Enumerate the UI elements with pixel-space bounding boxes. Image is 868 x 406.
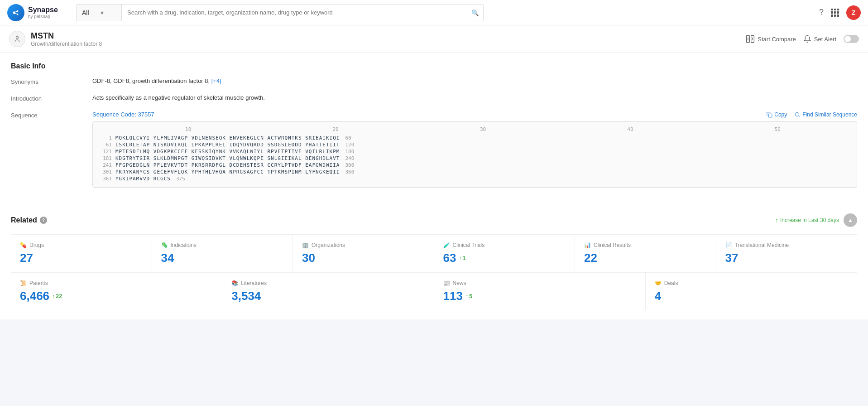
news-increase: ↑ 5: [465, 293, 472, 300]
arrow-up-icon: ↑: [459, 255, 461, 261]
introduction-value: Acts specifically as a negative regulato…: [92, 94, 857, 101]
scroll-top-button[interactable]: ▲: [844, 213, 857, 227]
compare-icon: [746, 34, 755, 44]
synonyms-label: Synonyms: [11, 77, 92, 85]
stats-grid-row1: 💊 Drugs 27 🦠 Indications 34: [11, 234, 857, 272]
content-area: Basic Info Synonyms GDF-8, GDF8, growth …: [0, 53, 868, 406]
logo-title: Synapse: [28, 5, 58, 14]
compare-button[interactable]: Start Compare: [746, 34, 796, 44]
stats-grid-row2: 📜 Patents 6,466 ↑ 22 📚 Li: [11, 272, 857, 310]
book-icon: 📚: [231, 280, 238, 286]
flask-icon: 🧪: [443, 242, 450, 248]
stat-card-translational-medicine[interactable]: 📄 Translational Medicine 37: [716, 235, 858, 272]
logo-subtitle: by patsnap: [28, 14, 58, 19]
find-similar-button[interactable]: Find Similar Sequence: [794, 111, 857, 118]
synonyms-row: Synonyms GDF-8, GDF8, growth differentia…: [11, 77, 857, 85]
patent-icon: 📜: [20, 280, 27, 286]
svg-line-4: [15, 13, 17, 14]
page-wrapper: Synapse by patsnap All ▾ 🔍 ?: [0, 0, 868, 406]
chart-icon: 📊: [584, 242, 591, 248]
search-icon: 🔍: [471, 9, 479, 16]
help-button[interactable]: ?: [819, 8, 824, 17]
question-icon: ?: [819, 8, 824, 17]
alert-toggle[interactable]: [844, 35, 859, 43]
seq-line-4: 181 KDGTRYTGIR SLKLDMNPGT GIWQSIDVKT VLQ…: [98, 155, 851, 161]
svg-rect-10: [769, 114, 772, 117]
alert-button[interactable]: Set Alert: [803, 35, 836, 43]
synonyms-more-link[interactable]: [+4]: [211, 77, 221, 84]
building-icon: 🏢: [302, 242, 309, 248]
search-button[interactable]: 🔍: [471, 9, 479, 16]
related-title: Related ?: [11, 216, 47, 224]
introduction-row: Introduction Acts specifically as a nega…: [11, 94, 857, 102]
help-icon[interactable]: ?: [40, 217, 47, 224]
stat-card-indications[interactable]: 🦠 Indications 34: [152, 235, 293, 272]
seq-line-7: 361 YGKIPAMVVD RCGCS 375: [98, 176, 851, 182]
introduction-label: Introduction: [11, 94, 92, 102]
logo-text: Synapse by patsnap: [28, 5, 58, 19]
sequence-header: Sequence Code: 37557 Copy: [92, 111, 857, 118]
apps-grid-icon: [831, 9, 839, 17]
seq-line-3: 121 MPTESDFLMQ VDGKPKCCFF KFSSKIQYNK VVK…: [98, 149, 851, 155]
stat-card-drugs[interactable]: 💊 Drugs 27: [11, 235, 152, 272]
clinical-trials-increase: ↑ 1: [459, 255, 465, 261]
copy-icon: [766, 111, 772, 118]
sequence-ruler: 10 20 30 40 50: [98, 126, 851, 132]
entity-icon: [9, 31, 25, 47]
sequence-label: Sequence: [11, 111, 92, 119]
copy-button[interactable]: Copy: [766, 111, 787, 118]
entity-subtitle: Growth/differentiation factor 8: [31, 41, 102, 47]
sequence-actions: Copy Find Similar Sequence: [766, 111, 857, 118]
compare-label: Start Compare: [758, 36, 796, 43]
logo-icon: [7, 4, 24, 21]
svg-point-5: [16, 36, 19, 39]
increase-badge: ↑ Increase in Last 30 days: [775, 217, 839, 224]
seq-line-2: 61 LSKLRLETAP NISKDVIRQL LPKAPPLREL IDQY…: [98, 142, 851, 148]
arrow-up-icon: ↑: [775, 217, 778, 224]
patents-increase: ↑ 22: [52, 293, 62, 300]
sequence-row: Sequence Sequence Code: 37557 Copy: [11, 111, 857, 188]
stat-card-literatures[interactable]: 📚 Literatures 3,534: [222, 273, 434, 310]
logo-area: Synapse by patsnap: [7, 4, 71, 21]
seq-line-6: 301 PKRYKANYCS GECEFVFLQK YPHTHLVHQA NPR…: [98, 169, 851, 175]
alert-label: Set Alert: [814, 36, 836, 43]
user-avatar[interactable]: Z: [846, 5, 861, 20]
svg-line-3: [15, 11, 17, 12]
seq-line-1: 1 MQKLQLCVYI YLFMLIVAGP VDLNENSEQK ENVEK…: [98, 135, 851, 141]
apps-button[interactable]: [831, 9, 839, 17]
deal-icon: 🤝: [655, 280, 662, 286]
sequence-value: Sequence Code: 37557 Copy: [92, 111, 857, 188]
entity-name: MSTN: [31, 31, 102, 41]
section-title: Basic Info: [11, 62, 857, 70]
chevron-down-icon: ▾: [101, 9, 116, 16]
header-actions: Start Compare Set Alert: [746, 34, 859, 44]
stat-card-clinical-trials[interactable]: 🧪 Clinical Trials 63 ↑ 1: [434, 235, 575, 272]
search-input-wrap: 🔍: [121, 4, 484, 21]
stat-card-news[interactable]: 📰 News 113 ↑ 5: [434, 273, 646, 310]
top-navigation: Synapse by patsnap All ▾ 🔍 ?: [0, 0, 868, 25]
stat-card-clinical-results[interactable]: 📊 Clinical Results 22: [575, 235, 716, 272]
page-header: MSTN Growth/differentiation factor 8 Sta…: [0, 25, 868, 53]
search-input[interactable]: [121, 4, 484, 21]
sequence-box[interactable]: 10 20 30 40 50 1 MQKLQLCVYI YLFMLIVAGP V…: [92, 121, 857, 188]
alert-icon: [803, 35, 811, 43]
stat-card-deals[interactable]: 🤝 Deals 4: [646, 273, 857, 310]
svg-line-12: [799, 116, 800, 117]
search-container: All ▾ 🔍: [76, 4, 484, 21]
svg-point-0: [13, 11, 15, 14]
seq-line-5: 241 FFGPGEDGLN PFLEVKVTDT PKRSRRDFGL DCD…: [98, 162, 851, 168]
svg-point-2: [17, 13, 19, 15]
entity-info: MSTN Growth/differentiation factor 8: [9, 31, 102, 47]
arrow-up-icon: ↑: [52, 293, 55, 300]
svg-point-1: [17, 10, 19, 12]
stat-card-organizations[interactable]: 🏢 Organizations 30: [293, 235, 434, 272]
svg-point-11: [796, 112, 799, 116]
virus-icon: 🦠: [161, 242, 168, 248]
stat-card-patents[interactable]: 📜 Patents 6,466 ↑ 22: [11, 273, 222, 310]
entity-title: MSTN Growth/differentiation factor 8: [31, 31, 102, 47]
nav-actions: ? Z: [819, 5, 861, 20]
news-icon: 📰: [443, 280, 450, 286]
filter-dropdown[interactable]: All ▾: [76, 4, 121, 21]
sequence-code-link[interactable]: Sequence Code: 37557: [92, 111, 154, 118]
arrow-up-icon: ↑: [465, 293, 468, 300]
